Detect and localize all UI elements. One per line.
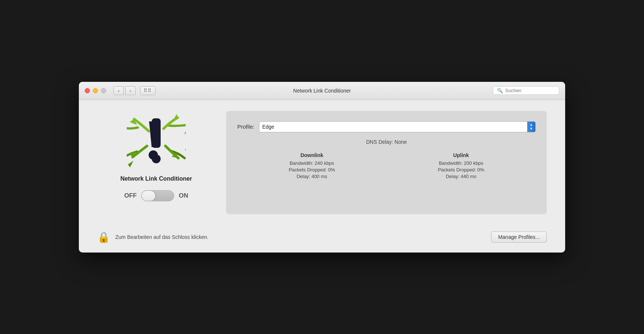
- app-name: Network Link Conditioner: [120, 175, 192, 182]
- downlink-packets: Packets Dropped: 0%: [237, 167, 386, 173]
- window-title: Network Link Conditioner: [293, 88, 351, 94]
- chevron-up-icon: ▲: [530, 123, 533, 126]
- chevron-down-icon: ▼: [530, 127, 533, 131]
- toggle-row: OFF ON: [124, 190, 188, 201]
- uplink-packets: Packets Dropped: 0%: [386, 167, 536, 173]
- profile-label: Profile:: [237, 123, 255, 130]
- downlink-bandwidth: Bandwidth: 240 kbps: [237, 160, 386, 166]
- lock-icon[interactable]: 🔒: [97, 231, 110, 243]
- profile-value: Edge: [262, 124, 524, 130]
- manage-profiles-button[interactable]: Manage Profiles...: [491, 232, 547, 243]
- profile-row: Profile: Edge ▲ ▼: [237, 121, 536, 132]
- back-icon: ‹: [118, 88, 120, 94]
- svg-marker-4: [184, 146, 186, 155]
- dns-row: DNS Delay: None: [237, 139, 536, 145]
- search-input[interactable]: [505, 88, 555, 93]
- downlink-delay: Delay: 400 ms: [237, 174, 386, 179]
- toggle-knob: [141, 191, 155, 201]
- grid-button[interactable]: ⠿⠿: [140, 86, 155, 95]
- maximize-button[interactable]: [101, 88, 106, 93]
- svg-marker-3: [128, 161, 133, 167]
- profile-select[interactable]: Edge ▲ ▼: [259, 121, 536, 132]
- left-panel: !: [97, 111, 215, 201]
- right-panel: Profile: Edge ▲ ▼ DNS Delay: None Downli…: [226, 111, 547, 214]
- svg-rect-5: [152, 118, 161, 148]
- stats-row: Downlink Bandwidth: 240 kbps Packets Dro…: [237, 152, 536, 180]
- toggle-switch[interactable]: [141, 190, 174, 201]
- uplink-bandwidth: Bandwidth: 200 kbps: [386, 160, 536, 166]
- minimize-button[interactable]: [93, 88, 98, 93]
- nav-buttons: ‹ ›: [113, 86, 136, 95]
- downlink-title: Downlink: [237, 152, 386, 158]
- toggle-on-label: ON: [179, 192, 188, 199]
- titlebar: ‹ › ⠿⠿ Network Link Conditioner 🔍: [79, 82, 565, 100]
- forward-button[interactable]: ›: [125, 86, 136, 95]
- uplink-title: Uplink: [386, 152, 536, 158]
- footer: 🔒 Zum Bearbeiten auf das Schloss klicken…: [79, 225, 565, 253]
- toggle-off-label: OFF: [124, 192, 137, 199]
- search-box[interactable]: 🔍: [493, 86, 559, 95]
- traffic-lights: [85, 88, 106, 93]
- profile-dropdown-arrows[interactable]: ▲ ▼: [527, 122, 535, 132]
- lock-text: Zum Bearbeiten auf das Schloss klicken.: [115, 234, 486, 240]
- app-icon: !: [127, 111, 186, 170]
- svg-marker-2: [183, 129, 186, 137]
- uplink-col: Uplink Bandwidth: 200 kbps Packets Dropp…: [386, 152, 536, 180]
- main-content: !: [79, 100, 565, 225]
- back-button[interactable]: ‹: [113, 86, 124, 95]
- uplink-delay: Delay: 440 ms: [386, 174, 536, 179]
- close-button[interactable]: [85, 88, 90, 93]
- app-window: ‹ › ⠿⠿ Network Link Conditioner 🔍 !: [79, 82, 565, 253]
- svg-point-6: [152, 154, 161, 163]
- grid-icon: ⠿⠿: [144, 88, 152, 93]
- downlink-col: Downlink Bandwidth: 240 kbps Packets Dro…: [237, 152, 386, 180]
- forward-icon: ›: [130, 88, 132, 94]
- search-icon: 🔍: [497, 88, 503, 93]
